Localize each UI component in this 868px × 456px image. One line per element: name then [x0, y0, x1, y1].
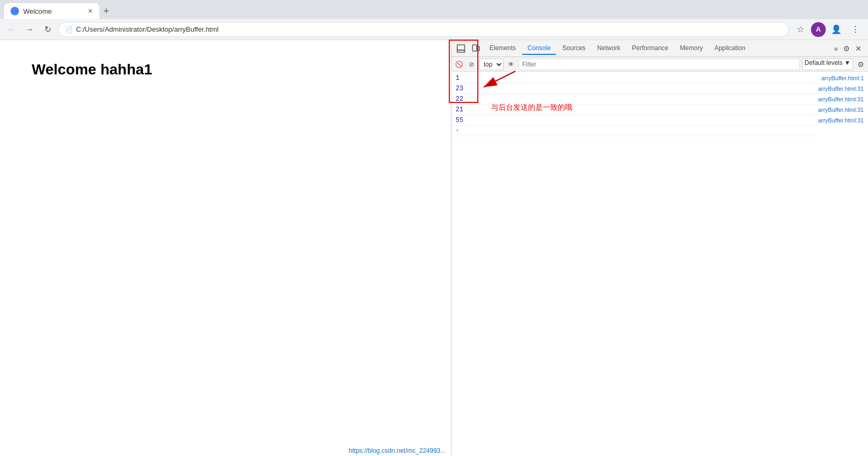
source-3[interactable]: arryBuffer.html:31	[818, 94, 864, 104]
account-button[interactable]: 👤	[828, 21, 845, 38]
devtools-panel: Elements Console Sources Network Perform…	[451, 40, 868, 456]
svg-rect-0	[457, 45, 465, 50]
device-toolbar-button[interactable]	[469, 42, 482, 55]
clear-console-button[interactable]: 🚫	[454, 59, 464, 70]
address-input[interactable]: 📄 C:/Users/Administrator/Desktop/arryBuf…	[58, 22, 789, 37]
console-line-4[interactable]: 21	[451, 104, 818, 115]
browser-chrome: Welcome ✕ + ← → ↻ 📄 C:/Users/Administrat…	[0, 0, 868, 40]
filter-console-button[interactable]: ⊘	[466, 59, 477, 70]
console-value-5: 55	[456, 117, 814, 124]
bookmark-button[interactable]: ☆	[792, 21, 809, 38]
log-levels-selector[interactable]: Default levels ▼	[802, 59, 853, 70]
source-5[interactable]: arryBuffer.html:31	[818, 115, 864, 126]
tab-console[interactable]: Console	[522, 42, 556, 55]
svg-rect-2	[473, 45, 477, 51]
console-lines: 1 23 22 21 55 ›	[451, 72, 818, 456]
tab-close-button[interactable]: ✕	[88, 7, 93, 15]
console-settings-button[interactable]: ⚙	[855, 59, 866, 70]
tab-elements[interactable]: Elements	[484, 42, 521, 55]
active-tab[interactable]: Welcome ✕	[4, 3, 99, 19]
menu-button[interactable]: ⋮	[847, 21, 864, 38]
back-button[interactable]: ←	[4, 22, 19, 37]
console-toolbar: 🚫 ⊘ top 👁 Default levels ▼ ⚙	[451, 57, 868, 72]
reload-button[interactable]: ↻	[40, 22, 55, 37]
svg-rect-3	[477, 46, 479, 51]
tab-bar: Welcome ✕ +	[4, 0, 109, 19]
address-bar: ← → ↻ 📄 C:/Users/Administrator/Desktop/a…	[0, 19, 868, 40]
devtools-settings-button[interactable]: ⚙	[843, 44, 850, 53]
more-tabs-button[interactable]: »	[831, 44, 841, 53]
chevron-icon: ›	[456, 128, 459, 134]
console-line-2[interactable]: 23	[451, 83, 818, 94]
source-4[interactable]: arryBuffer.html:31	[818, 104, 864, 115]
profile-button[interactable]: A	[811, 22, 826, 37]
console-value-3: 22	[456, 96, 814, 103]
tab-title: Welcome	[23, 7, 52, 15]
tab-network[interactable]: Network	[592, 42, 626, 55]
console-line-3[interactable]: 22	[451, 94, 818, 104]
svg-rect-1	[457, 50, 465, 52]
tab-application[interactable]: Application	[709, 42, 751, 55]
tab-memory[interactable]: Memory	[675, 42, 708, 55]
console-value-1: 1	[456, 74, 814, 82]
console-filter-input[interactable]	[518, 59, 800, 70]
address-actions: ☆ A 👤 ⋮	[792, 21, 864, 38]
devtools-tabs: Elements Console Sources Network Perform…	[484, 42, 828, 55]
url-text: C:/Users/Administrator/Desktop/arryBuffe…	[76, 25, 219, 33]
main-area: Welcome hahha1 https://blog.csdn.net/mc_…	[0, 40, 868, 456]
source-1[interactable]: arryBuffer.html:1	[818, 73, 864, 83]
console-output: 1 23 22 21 55 › arryBu	[451, 72, 868, 456]
forward-button[interactable]: →	[22, 22, 37, 37]
file-icon: 📄	[65, 26, 73, 33]
console-value-4: 21	[456, 106, 814, 113]
eye-button[interactable]: 👁	[506, 59, 516, 70]
source-2[interactable]: arryBuffer.html:31	[818, 83, 864, 94]
page-content: Welcome hahha1 https://blog.csdn.net/mc_…	[0, 40, 451, 456]
new-tab-button[interactable]: +	[103, 3, 109, 19]
tab-favicon	[11, 7, 19, 15]
title-bar: Welcome ✕ +	[0, 0, 868, 19]
devtools-toolbar: Elements Console Sources Network Perform…	[451, 40, 868, 57]
context-selector[interactable]: top	[479, 59, 504, 70]
console-value-2: 23	[456, 85, 814, 92]
close-devtools-button[interactable]: ✕	[852, 42, 865, 55]
console-line-1[interactable]: 1	[451, 73, 818, 83]
tab-sources[interactable]: Sources	[557, 42, 591, 55]
inspect-element-button[interactable]	[455, 42, 467, 55]
tab-performance[interactable]: Performance	[627, 42, 674, 55]
console-line-chevron[interactable]: ›	[451, 126, 818, 136]
page-heading: Welcome hahha1	[32, 61, 419, 78]
console-sources: arryBuffer.html:1 arryBuffer.html:31 arr…	[818, 72, 868, 456]
console-line-5[interactable]: 55	[451, 115, 818, 126]
bottom-link[interactable]: https://blog.csdn.net/mc_224993...	[349, 445, 446, 456]
